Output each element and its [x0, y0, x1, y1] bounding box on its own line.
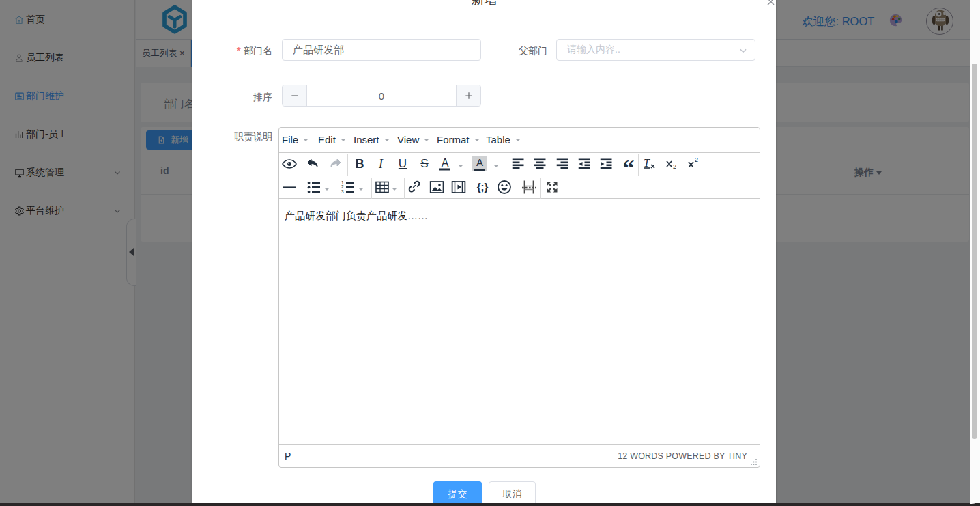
svg-text:2: 2 [695, 156, 698, 163]
svg-text:T: T [644, 157, 650, 169]
svg-text:3: 3 [341, 189, 344, 194]
svg-text:2: 2 [673, 163, 676, 170]
